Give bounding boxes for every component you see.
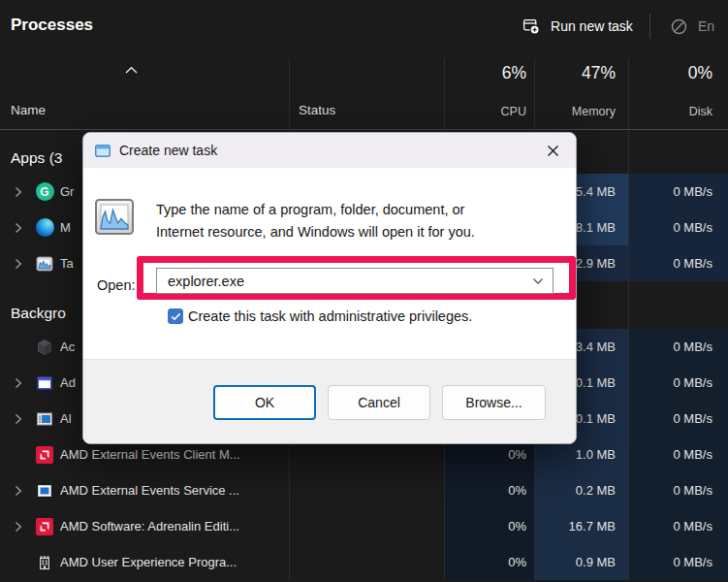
app-window-icon: [36, 374, 53, 392]
run-new-task-icon: [522, 17, 540, 35]
table-row[interactable]: AMD User Experience Progra...0%0.9 MB0 M…: [0, 544, 728, 580]
process-name: Ac: [60, 340, 75, 354]
building-icon: [36, 554, 53, 571]
column-header-memory[interactable]: 47% Memory: [534, 58, 628, 129]
window-icon: [95, 145, 111, 157]
dialog-footer: OK Cancel Browse...: [83, 359, 576, 443]
end-task-button[interactable]: En: [663, 13, 722, 41]
expand-chevron-icon[interactable]: [13, 377, 23, 389]
admin-privileges-checkbox[interactable]: [168, 308, 183, 324]
amd-icon: [36, 518, 53, 535]
process-name: M: [60, 220, 71, 235]
process-name: AMD User Experience Progra...: [60, 555, 237, 569]
expand-chevron-icon[interactable]: [13, 521, 23, 533]
process-name-cell: AMD Software: Adrenalin Editi...: [0, 508, 289, 544]
table-row[interactable]: AMD External Events Service ...0%0.2 MB0…: [0, 472, 728, 508]
disk-cell: 0 MB/s: [628, 436, 728, 472]
page-title: Processes: [11, 16, 93, 35]
memory-cell: 0.9 MB: [534, 544, 628, 580]
ok-button[interactable]: OK: [213, 385, 316, 420]
create-new-task-dialog: Create new task Type the name of a p: [82, 132, 577, 444]
end-task-label: En: [698, 18, 714, 34]
process-name-cell: AMD User Experience Progra...: [0, 544, 289, 580]
disk-cell: 0 MB/s: [628, 365, 728, 401]
open-input[interactable]: [157, 274, 523, 289]
status-cell: [289, 508, 444, 544]
disk-cell: 0 MB/s: [628, 174, 728, 210]
dialog-instruction-text: Type the name of a program, folder, docu…: [156, 199, 475, 242]
disk-cell: 0 MB/s: [628, 544, 728, 580]
column-header-status[interactable]: Status: [289, 58, 444, 129]
dialog-titlebar[interactable]: Create new task: [83, 133, 576, 168]
close-icon[interactable]: [537, 137, 568, 164]
dark-gem-icon: [36, 339, 53, 356]
chevron-down-icon[interactable]: [523, 277, 553, 285]
toolbar: Processes Run new task: [0, 0, 728, 52]
expand-chevron-icon[interactable]: [13, 485, 23, 497]
open-label: Open:: [97, 277, 136, 293]
process-name: Gr: [60, 184, 74, 199]
task-manager-icon: [36, 256, 53, 272]
process-name: Ad: [60, 375, 76, 390]
sort-ascending-icon: [124, 61, 139, 79]
expand-chevron-icon[interactable]: [13, 186, 23, 198]
status-cell: [289, 472, 444, 508]
process-name: AMD Software: Adrenalin Editi...: [60, 519, 239, 534]
dialog-title: Create new task: [119, 143, 217, 158]
disk-cell: 0 MB/s: [628, 210, 728, 245]
column-label-cpu: CPU: [501, 105, 526, 118]
blue-panel-icon: [36, 482, 53, 500]
disk-cell: 0 MB/s: [628, 245, 728, 281]
run-new-task-button[interactable]: Run new task: [515, 12, 641, 41]
cpu-cell: 0%: [444, 508, 534, 544]
process-name: AMD External Events Client M...: [60, 447, 240, 462]
memory-total-percent: 47%: [582, 63, 616, 83]
open-combobox[interactable]: [156, 268, 554, 294]
column-header-disk[interactable]: 0% Disk: [628, 58, 728, 129]
status-cell: [289, 544, 444, 580]
column-header-cpu[interactable]: 6% CPU: [444, 58, 534, 129]
dialog-body: Type the name of a program, folder, docu…: [83, 168, 576, 362]
disk-cell: 0 MB/s: [628, 401, 728, 436]
process-name: Ta: [60, 256, 74, 271]
task-manager-graph-icon: [95, 199, 134, 239]
column-header-name[interactable]: Name: [0, 58, 289, 129]
process-name: AMD External Events Service ...: [60, 483, 239, 498]
cpu-cell: 0%: [444, 472, 534, 508]
browse-button[interactable]: Browse...: [442, 385, 546, 420]
cpu-total-percent: 6%: [502, 63, 526, 83]
section-label: Apps (3: [11, 149, 62, 167]
expand-chevron-icon[interactable]: [13, 222, 23, 234]
toolbar-actions: Run new task En: [515, 0, 728, 52]
section-label: Backgro: [11, 305, 66, 322]
column-label-memory: Memory: [572, 105, 616, 118]
toolbar-divider: [649, 14, 650, 39]
disk-cell: 0 MB/s: [628, 508, 728, 544]
disk-cell: 0 MB/s: [628, 329, 728, 365]
process-name-cell: AMD External Events Service ...: [0, 472, 289, 508]
column-label-disk: Disk: [689, 105, 712, 118]
edge-icon: [36, 218, 54, 237]
disk-cell: 0 MB/s: [628, 472, 728, 508]
column-label-status: Status: [299, 103, 335, 117]
admin-privileges-label: Create this task with administrative pri…: [188, 308, 472, 324]
table-header: Name Status 6% CPU 47% Memory 0% Disk: [0, 58, 728, 130]
grammarly-icon: G: [36, 182, 54, 201]
amd-icon: [36, 446, 53, 464]
cpu-cell: 0%: [444, 544, 534, 580]
process-name: Al: [60, 411, 72, 426]
expand-chevron-icon[interactable]: [13, 258, 23, 270]
disk-total-percent: 0%: [688, 63, 712, 83]
run-new-task-label: Run new task: [551, 18, 633, 34]
memory-cell: 0.2 MB: [534, 472, 628, 508]
circle-slash-icon: [671, 18, 687, 35]
memory-cell: 16.7 MB: [534, 508, 628, 544]
table-row[interactable]: AMD Software: Adrenalin Editi...0%16.7 M…: [0, 508, 728, 544]
expand-chevron-icon[interactable]: [13, 413, 23, 425]
control-panel-icon: [36, 410, 53, 428]
cancel-button[interactable]: Cancel: [328, 385, 430, 420]
column-label-name: Name: [11, 103, 46, 117]
